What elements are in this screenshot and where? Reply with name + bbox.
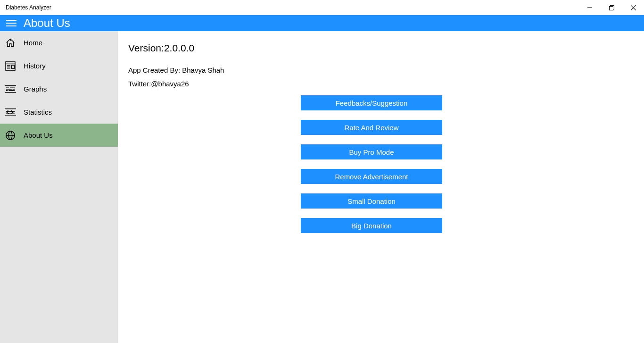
graphs-icon bbox=[4, 85, 17, 93]
statistics-icon bbox=[4, 108, 17, 117]
rate-review-button[interactable]: Rate And Review bbox=[301, 120, 442, 135]
svg-rect-9 bbox=[6, 61, 15, 70]
sidebar-item-label: Graphs bbox=[24, 85, 47, 93]
sidebar: Home History bbox=[0, 31, 118, 343]
title-bar: Diabetes Analyzer bbox=[0, 0, 644, 15]
window-controls bbox=[579, 0, 644, 15]
sidebar-item-home[interactable]: Home bbox=[0, 31, 118, 54]
sidebar-item-label: About Us bbox=[24, 131, 53, 139]
sidebar-item-label: Statistics bbox=[24, 108, 52, 116]
sidebar-item-graphs[interactable]: Graphs bbox=[0, 77, 118, 100]
window-title: Diabetes Analyzer bbox=[6, 4, 51, 11]
twitter-text: Twitter:@bhavya26 bbox=[128, 80, 644, 88]
sidebar-item-label: History bbox=[24, 62, 46, 70]
sidebar-item-history[interactable]: History bbox=[0, 54, 118, 77]
sidebar-item-statistics[interactable]: Statistics bbox=[0, 100, 118, 124]
maximize-button[interactable] bbox=[601, 0, 622, 15]
page-title: About Us bbox=[24, 17, 70, 30]
content-area: Version:2.0.0.0 App Created By: Bhavya S… bbox=[118, 31, 644, 343]
globe-icon bbox=[4, 130, 17, 141]
action-buttons: Feedbacks/Suggestion Rate And Review Buy… bbox=[301, 95, 442, 233]
svg-rect-2 bbox=[609, 6, 613, 10]
version-text: Version:2.0.0.0 bbox=[128, 42, 644, 54]
home-icon bbox=[4, 38, 17, 48]
remove-ads-button[interactable]: Remove Advertisement bbox=[301, 169, 442, 184]
minimize-button[interactable] bbox=[579, 0, 601, 15]
hamburger-menu-button[interactable] bbox=[0, 15, 23, 31]
history-icon bbox=[4, 61, 17, 71]
buy-pro-button[interactable]: Buy Pro Mode bbox=[301, 144, 442, 159]
creator-text: App Created By: Bhavya Shah bbox=[128, 66, 644, 74]
feedback-button[interactable]: Feedbacks/Suggestion bbox=[301, 95, 442, 110]
svg-rect-14 bbox=[12, 65, 14, 68]
sidebar-item-about-us[interactable]: About Us bbox=[0, 124, 118, 147]
app-header: About Us bbox=[0, 15, 644, 31]
close-button[interactable] bbox=[622, 0, 644, 15]
sidebar-item-label: Home bbox=[24, 39, 42, 47]
small-donation-button[interactable]: Small Donation bbox=[301, 193, 442, 209]
big-donation-button[interactable]: Big Donation bbox=[301, 218, 442, 233]
